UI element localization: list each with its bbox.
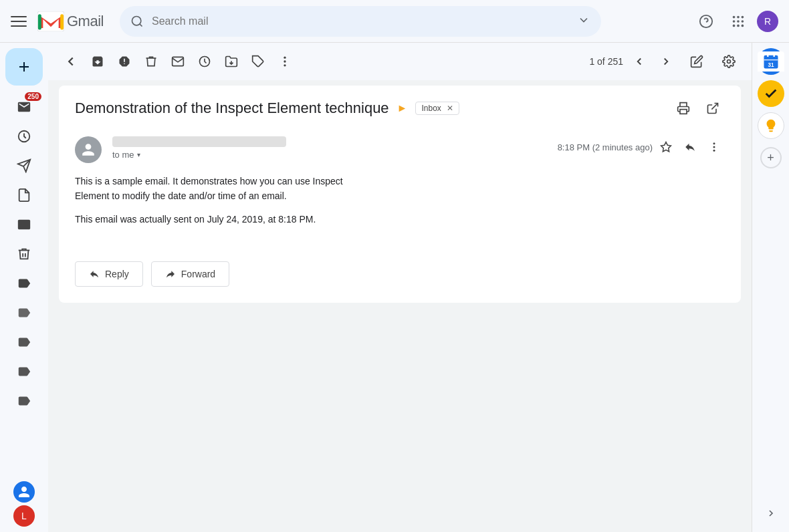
email-timestamp: 8:18 PM (2 minutes ago) — [558, 142, 653, 152]
snooze-button[interactable] — [193, 49, 217, 74]
keep-icon[interactable] — [758, 112, 784, 139]
sidebar-item-label1[interactable] — [5, 270, 43, 297]
sidebar-avatar-letter: L — [21, 511, 27, 521]
email-thread-area: Demonstration of the Inspect Element tec… — [48, 80, 752, 532]
calendar-icon[interactable]: 31 — [758, 48, 784, 75]
search-dropdown-button[interactable] — [577, 13, 590, 29]
sidebar: 250 — [0, 43, 48, 532]
search-bar[interactable] — [120, 6, 601, 37]
search-icon — [130, 15, 144, 28]
email-actions: Reply Forward — [59, 251, 741, 303]
svg-point-9 — [737, 20, 740, 23]
email-subject-bar: Demonstration of the Inspect Element tec… — [59, 86, 741, 131]
print-button[interactable] — [671, 96, 695, 120]
inbox-label-text: Inbox — [421, 104, 441, 113]
forward-button[interactable]: Forward — [151, 261, 229, 287]
svg-point-13 — [742, 24, 744, 27]
settings-button[interactable] — [717, 49, 741, 74]
more-actions-button[interactable] — [273, 49, 297, 74]
help-button[interactable] — [693, 8, 719, 35]
inbox-label-badge: Inbox ✕ — [415, 102, 459, 115]
svg-point-24 — [284, 64, 286, 66]
email-card: Demonstration of the Inspect Element tec… — [59, 86, 741, 303]
right-sidebar: 31 + — [752, 43, 789, 532]
delete-button[interactable] — [139, 49, 163, 74]
email-time-block: 8:18 PM (2 minutes ago) — [558, 136, 725, 158]
main-layout: 250 — [0, 43, 789, 532]
sidebar-item-drafts[interactable] — [5, 182, 43, 209]
svg-point-29 — [713, 142, 715, 144]
svg-line-2 — [140, 23, 142, 26]
inbox-badge-close[interactable]: ✕ — [447, 104, 453, 113]
back-button[interactable] — [59, 49, 83, 74]
svg-point-6 — [737, 15, 740, 18]
apps-button[interactable] — [725, 8, 752, 35]
prev-email-button[interactable] — [629, 51, 650, 72]
svg-point-5 — [733, 15, 736, 18]
topbar: Gmail R — [0, 0, 789, 43]
add-apps-button[interactable]: + — [760, 147, 782, 168]
svg-point-8 — [733, 20, 736, 23]
sidebar-profile-avatar[interactable] — [13, 481, 35, 503]
importance-arrow-icon: ► — [397, 102, 408, 114]
reply-quick-button[interactable] — [679, 136, 701, 158]
pagination-text: 1 of 251 — [589, 56, 623, 67]
move-to-button[interactable] — [219, 49, 243, 74]
report-spam-button[interactable] — [112, 49, 136, 74]
svg-point-7 — [742, 15, 744, 18]
svg-text:31: 31 — [768, 62, 774, 68]
sidebar-item-label5[interactable] — [5, 388, 43, 414]
topbar-right: R — [693, 8, 778, 35]
sidebar-item-inbox[interactable]: 250 — [5, 94, 43, 120]
content-area: 1 of 251 — [48, 43, 752, 532]
email-body: This is a sample email. It demonstrates … — [75, 174, 725, 227]
svg-rect-26 — [680, 110, 687, 114]
svg-point-23 — [284, 60, 286, 62]
sidebar-expand-button[interactable] — [758, 500, 784, 527]
sender-info: to me ▾ — [112, 136, 547, 160]
sender-name-blurred — [112, 136, 286, 147]
open-in-new-button[interactable] — [701, 96, 725, 120]
svg-point-12 — [737, 24, 740, 27]
svg-point-1 — [132, 16, 140, 25]
edit-options-button[interactable] — [685, 49, 709, 74]
forward-label: Forward — [181, 269, 215, 279]
mark-unread-button[interactable] — [166, 49, 190, 74]
gmail-text: Gmail — [67, 13, 104, 30]
user-avatar[interactable]: R — [757, 11, 778, 32]
svg-point-31 — [713, 150, 715, 152]
sidebar-item-label4[interactable] — [5, 358, 43, 385]
sidebar-item-sent[interactable] — [5, 152, 43, 179]
star-button[interactable] — [655, 136, 677, 158]
subject-actions — [671, 96, 725, 120]
gmail-logo: Gmail — [37, 11, 104, 31]
svg-marker-28 — [661, 142, 671, 152]
email-toolbar: 1 of 251 — [48, 43, 752, 80]
gmail-m-icon — [37, 11, 64, 31]
sidebar-item-mail[interactable] — [5, 211, 43, 238]
sidebar-item-snoozed[interactable] — [5, 123, 43, 150]
sender-to: to me ▾ — [112, 150, 547, 160]
email-bottom-area — [48, 308, 752, 532]
sidebar-account-avatar[interactable]: L — [13, 505, 35, 527]
next-email-button[interactable] — [655, 51, 677, 72]
sidebar-item-trash[interactable] — [5, 241, 43, 267]
sidebar-item-label2[interactable] — [5, 299, 43, 326]
inbox-badge-count: 250 — [25, 92, 41, 101]
svg-point-25 — [727, 60, 731, 63]
email-subject: Demonstration of the Inspect Element tec… — [75, 100, 389, 117]
compose-button[interactable] — [5, 48, 43, 86]
email-body-line2: This email was actually sent on July 24,… — [75, 212, 725, 227]
label-button[interactable] — [246, 49, 270, 74]
sidebar-item-label3[interactable] — [5, 329, 43, 356]
email-header: to me ▾ 8:18 PM (2 minutes ago) — [75, 136, 725, 163]
email-more-button[interactable] — [703, 136, 725, 158]
svg-point-10 — [742, 20, 744, 23]
reply-button[interactable]: Reply — [75, 261, 143, 287]
archive-button[interactable] — [86, 49, 110, 74]
to-dropdown-arrow[interactable]: ▾ — [137, 151, 140, 158]
hamburger-menu[interactable] — [11, 13, 27, 29]
search-input[interactable] — [152, 15, 569, 27]
tasks-icon[interactable] — [758, 80, 784, 107]
sender-avatar — [75, 136, 102, 163]
